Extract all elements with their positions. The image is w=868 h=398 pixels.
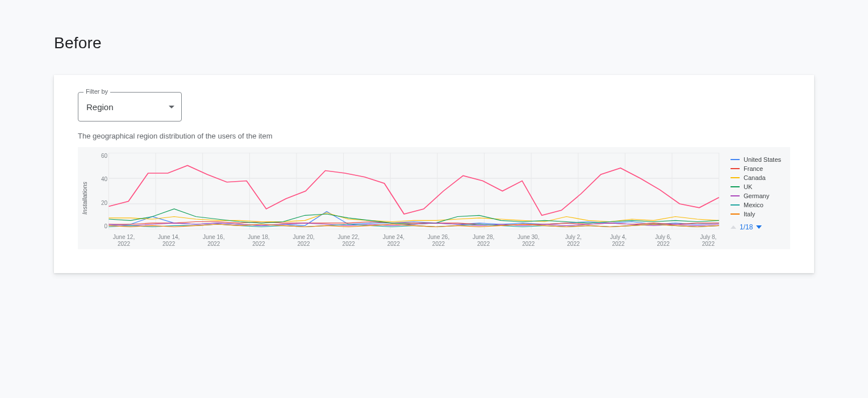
filter-select-region[interactable]: Region (78, 92, 182, 122)
legend-swatch (731, 168, 740, 169)
x-tick: July 8,2022 (692, 234, 725, 248)
x-tick: June 24,2022 (377, 234, 410, 248)
legend-label: Germany (744, 192, 769, 199)
legend-item[interactable]: Mexico (731, 202, 788, 208)
filter-value: Region (86, 102, 114, 112)
line-chart (91, 153, 721, 229)
x-tick: June 18,2022 (242, 234, 275, 248)
x-tick: July 4,2022 (602, 234, 635, 248)
x-tick: June 28,2022 (467, 234, 500, 248)
chart-legend: United StatesFranceCanadaUKGermanyMexico… (725, 147, 790, 249)
x-tick: June 12,2022 (107, 234, 140, 248)
x-tick: June 20,2022 (287, 234, 320, 248)
legend-swatch (731, 213, 740, 215)
legend-item[interactable]: Italy (731, 211, 788, 217)
chart-card: Filter by Region The geographical region… (54, 75, 814, 273)
legend-item[interactable]: United States (731, 156, 788, 163)
chart-description: The geographical region distribution of … (78, 132, 790, 140)
legend-swatch (731, 195, 740, 196)
legend-label: Mexico (744, 202, 763, 208)
x-tick: June 16,2022 (197, 234, 230, 248)
legend-swatch (731, 186, 740, 187)
y-ticks: 6040200 (95, 153, 107, 229)
x-tick: June 14,2022 (152, 234, 185, 248)
pager-next-icon[interactable] (756, 225, 762, 229)
series-line (108, 212, 719, 226)
legend-pager: 1/18 (731, 223, 788, 231)
page-title: Before (54, 34, 814, 52)
legend-label: Italy (744, 211, 755, 217)
legend-swatch (731, 204, 740, 206)
x-tick: June 22,2022 (332, 234, 365, 248)
legend-label: UK (744, 183, 752, 190)
y-tick: 0 (95, 223, 107, 229)
legend-label: France (744, 165, 763, 172)
series-line (108, 224, 719, 227)
y-tick: 60 (95, 153, 107, 159)
legend-item[interactable]: Canada (731, 174, 788, 181)
legend-item[interactable]: Germany (731, 192, 788, 199)
series-line (108, 166, 719, 216)
x-ticks: June 12,2022June 14,2022June 16,2022June… (107, 234, 725, 248)
chart-container: Installations 6040200 June 12,2022June 1… (78, 147, 790, 249)
legend-swatch (731, 159, 740, 160)
legend-label: Canada (744, 174, 766, 181)
filter-by-wrap: Filter by Region (78, 92, 182, 122)
plot-area: 6040200 June 12,2022June 14,2022June 16,… (91, 147, 725, 249)
y-tick: 20 (95, 200, 107, 206)
pager-prev-icon[interactable] (731, 225, 736, 229)
legend-item[interactable]: UK (731, 183, 788, 190)
filter-legend: Filter by (84, 88, 110, 95)
legend-label: United States (744, 156, 781, 163)
y-tick: 40 (95, 176, 107, 182)
y-axis-label: Installations (78, 147, 91, 249)
legend-item[interactable]: France (731, 165, 788, 172)
legend-swatch (731, 177, 740, 178)
pager-label: 1/18 (740, 223, 753, 231)
x-tick: July 2,2022 (557, 234, 590, 248)
x-tick: June 26,2022 (422, 234, 455, 248)
chevron-down-icon (169, 106, 174, 108)
x-tick: July 6,2022 (647, 234, 680, 248)
x-tick: June 30,2022 (512, 234, 545, 248)
